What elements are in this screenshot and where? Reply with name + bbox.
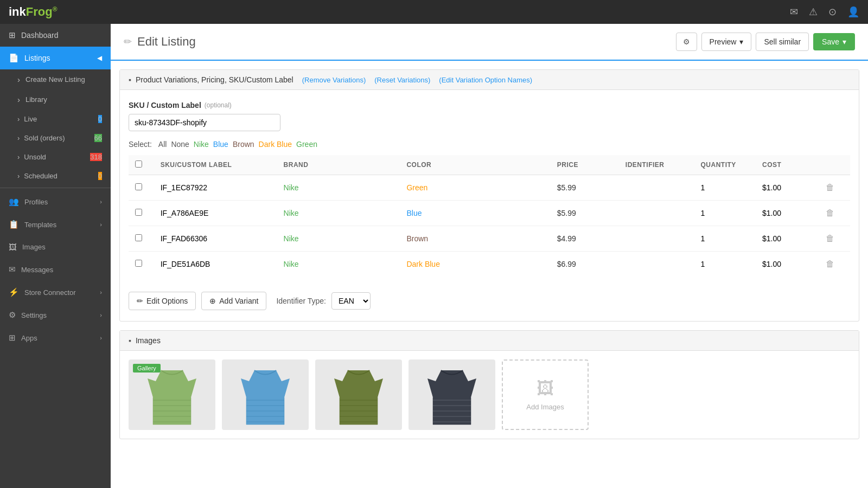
row-checkbox-0[interactable] — [135, 183, 142, 190]
help-icon[interactable]: ⊙ — [828, 6, 837, 18]
sidebar-item-store-connector[interactable]: ⚡ Store Connector › — [0, 281, 111, 304]
sidebar-label-profiles: Profiles — [24, 198, 48, 206]
save-button[interactable]: Save ▾ — [813, 33, 855, 50]
images-body: Gallery — [120, 351, 859, 439]
shirt-svg-3 — [315, 359, 402, 430]
variations-section: ▪ Product Variations, Pricing, SKU/Custo… — [119, 69, 859, 322]
sidebar-item-images[interactable]: 🖼 Images — [0, 236, 111, 258]
sidebar-item-create-new-listing[interactable]: › Create New Listing — [0, 69, 111, 89]
delete-row-button-3[interactable]: 🗑 — [824, 257, 837, 271]
sidebar-item-live[interactable]: › Live 0 — [0, 110, 111, 129]
preview-button[interactable]: Preview ▾ — [701, 33, 752, 51]
select-all-link[interactable]: All — [158, 140, 167, 149]
shirt-svg-4 — [409, 359, 495, 430]
gear-button[interactable]: ⚙ — [676, 33, 697, 51]
sidebar-label-create: Create New Listing — [25, 75, 85, 84]
sku-input[interactable] — [129, 114, 280, 131]
settings-arrow: › — [100, 312, 102, 318]
delete-row-button-0[interactable]: 🗑 — [824, 181, 837, 195]
add-images-label: Add Images — [526, 403, 564, 411]
store-connector-icon: ⚡ — [9, 287, 19, 297]
sidebar-label-library: Library — [25, 95, 47, 104]
listings-icon: 📄 — [9, 53, 19, 63]
sidebar-item-sold[interactable]: › Sold (orders) 66 — [0, 129, 111, 147]
cell-sku-2: IF_FAD66306 — [154, 226, 277, 252]
col-header-cost: COST — [756, 155, 817, 175]
images-section: ▪ Images Gallery — [119, 330, 859, 439]
listings-arrow: ◀ — [97, 54, 102, 62]
delete-row-button-1[interactable]: 🗑 — [824, 206, 837, 220]
apps-icon: ⊞ — [9, 333, 16, 343]
warning-icon[interactable]: ⚠ — [809, 6, 818, 18]
reset-variations-link[interactable]: (Reset Variations) — [374, 76, 430, 84]
logo-accent: Frog — [26, 5, 53, 18]
bottom-actions: ✏ Edit Options ⊕ Add Variant Identifier … — [129, 285, 850, 310]
page-title-area: ✏ Edit Listing — [124, 35, 676, 49]
templates-arrow: › — [100, 221, 102, 228]
sidebar-label-messages: Messages — [21, 266, 53, 274]
edit-options-pencil-icon: ✏ — [137, 297, 143, 305]
sold-badge: 66 — [94, 134, 102, 142]
add-images-box[interactable]: 🖼 Add Images — [502, 359, 589, 430]
delete-row-button-2[interactable]: 🗑 — [824, 232, 837, 246]
user-icon[interactable]: 👤 — [847, 6, 859, 18]
unsold-icon: › — [17, 153, 20, 161]
col-header-quantity: QUANTITY — [694, 155, 756, 175]
save-label: Save — [822, 37, 839, 46]
images-header-icon: ▪ — [129, 336, 131, 345]
logo-text: inkFrog® — [9, 5, 58, 19]
divider-1 — [0, 188, 111, 188]
select-green-link[interactable]: Green — [296, 140, 317, 149]
cell-quantity-0: 1 — [694, 175, 756, 201]
sidebar-item-listings[interactable]: 📄 Listings ◀ — [0, 47, 111, 69]
sidebar-item-unsold[interactable]: › Unsold 318 — [0, 147, 111, 166]
edit-variation-names-link[interactable]: (Edit Variation Option Names) — [439, 76, 532, 84]
sidebar-item-apps[interactable]: ⊞ Apps › — [0, 326, 111, 349]
library-icon: › — [17, 95, 20, 104]
sidebar-item-messages[interactable]: ✉ Messages — [0, 258, 111, 281]
cell-cost-1: $1.00 — [756, 201, 817, 226]
sell-similar-button[interactable]: Sell similar — [756, 33, 809, 51]
create-icon: › — [17, 75, 20, 84]
sidebar-item-scheduled[interactable]: › Scheduled 0 — [0, 166, 111, 185]
remove-variations-link[interactable]: (Remove Variations) — [302, 76, 366, 84]
image-thumb-1[interactable]: Gallery — [129, 359, 215, 430]
cell-identifier-0 — [619, 175, 694, 201]
sidebar-label-dashboard: Dashboard — [21, 31, 59, 40]
sidebar-item-profiles[interactable]: 👥 Profiles › — [0, 190, 111, 213]
image-thumb-4[interactable] — [409, 359, 495, 430]
mail-icon[interactable]: ✉ — [790, 6, 798, 18]
sidebar-item-dashboard[interactable]: ⊞ Dashboard — [0, 24, 111, 47]
cell-cost-2: $1.00 — [756, 226, 817, 252]
images-icon: 🖼 — [9, 242, 17, 252]
cell-brand-1: Nike — [277, 201, 400, 226]
image-thumb-2[interactable] — [222, 359, 309, 430]
col-header-color: COLOR — [400, 155, 550, 175]
table-row: IF_DE51A6DB Nike Dark Blue $6.99 1 $1.00… — [129, 252, 850, 277]
sidebar-item-settings[interactable]: ⚙ Settings › — [0, 304, 111, 326]
add-variant-button[interactable]: ⊕ Add Variant — [201, 292, 266, 310]
edit-options-label: Edit Options — [146, 297, 188, 305]
select-none-link[interactable]: None — [171, 140, 189, 149]
select-blue-link[interactable]: Blue — [213, 140, 228, 149]
select-all-checkbox[interactable] — [135, 160, 142, 168]
edit-options-button[interactable]: ✏ Edit Options — [129, 292, 196, 310]
row-checkbox-1[interactable] — [135, 209, 142, 216]
select-dark-blue-link[interactable]: Dark Blue — [259, 140, 292, 149]
select-brown-link[interactable]: Brown — [233, 140, 254, 149]
sidebar-item-library[interactable]: › Library — [0, 89, 111, 110]
identifier-type-label: Identifier Type: — [276, 297, 326, 305]
image-thumb-3[interactable] — [315, 359, 402, 430]
row-checkbox-3[interactable] — [135, 260, 142, 267]
row-checkbox-2[interactable] — [135, 234, 142, 241]
table-row: IF_A786AE9E Nike Blue $5.99 1 $1.00 🗑 — [129, 201, 850, 226]
scheduled-badge: 0 — [98, 172, 102, 180]
identifier-type-select[interactable]: EAN UPC ISBN GTIN — [331, 292, 371, 310]
messages-icon: ✉ — [9, 265, 16, 274]
cell-quantity-1: 1 — [694, 201, 756, 226]
images-section-header: ▪ Images — [120, 331, 859, 351]
sidebar-label-store-connector: Store Connector — [24, 288, 76, 297]
select-nike-link[interactable]: Nike — [194, 140, 209, 149]
sidebar-item-templates[interactable]: 📋 Templates › — [0, 213, 111, 236]
add-images-icon: 🖼 — [537, 378, 554, 399]
